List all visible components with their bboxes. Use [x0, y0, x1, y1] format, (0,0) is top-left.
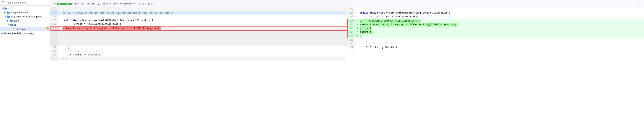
diff-hunk-left: @@ -127,7 +127,11 @@ private static Stri…	[50, 11, 347, 15]
line-num	[50, 34, 58, 38]
line-num: 133	[348, 30, 356, 34]
line-sign: +	[356, 23, 360, 26]
line-num: 137	[347, 46, 356, 49]
line-sign	[356, 11, 359, 15]
diff-line-right-134: 134 + }	[348, 34, 644, 38]
line-num: 128	[50, 18, 58, 22]
line-sign	[58, 22, 62, 26]
tree-item-hotspot[interactable]: hotspot/share/jfr	[0, 10, 50, 14]
modified-badge: M	[46, 27, 49, 30]
line-sign	[58, 34, 62, 38]
diff-collapse-bottom-left[interactable]: ···	[50, 57, 347, 60]
diff-line-empty-4	[50, 42, 347, 46]
line-num: 129	[50, 22, 58, 26]
line-num: 136	[347, 42, 356, 46]
search-bar	[0, 0, 50, 5]
line-num	[50, 57, 58, 60]
svg-line-1	[4, 3, 4, 4]
line-num: 129	[347, 15, 356, 18]
svg-rect-2	[13, 28, 15, 30]
added-region: 130 + if (f.endsWith(JFCParser.FILE_EXTE…	[347, 19, 644, 38]
diff-line-left-128: 128 public static String nameFromPath(Pa…	[50, 18, 347, 22]
line-content	[62, 31, 347, 34]
diff-collapse-top-left[interactable]: ···	[50, 7, 347, 11]
copy-icon[interactable]: ⧉	[154, 2, 156, 5]
more-options-button[interactable]: ···	[638, 2, 642, 5]
line-sign	[58, 15, 62, 18]
change-sq-4	[65, 2, 67, 5]
expand-icon[interactable]: ⇕	[52, 2, 54, 5]
deleted-region: 130 − return f.substring(0, f.length() -…	[50, 26, 347, 31]
diff-line-left-132: 132	[50, 49, 347, 53]
java-file-icon	[13, 27, 16, 31]
diff-line-right-132: 132 + } else {	[348, 26, 644, 30]
folder-icon	[10, 19, 13, 22]
diff-line-left-129: 129 String f = nullSafeFileName(file);	[50, 22, 347, 26]
chevron-icon	[1, 32, 4, 35]
file-tree: src hotspot/share/jfr jdk.jfr/share/clas…	[0, 5, 50, 125]
line-content	[359, 42, 644, 46]
file-path: src/jdk.jfr/share/classes/jdk/jfr/intern…	[74, 2, 154, 5]
chevron-icon	[1, 7, 4, 10]
diff-container: ··· @@ -127,7 +127,11 @@ private static …	[50, 7, 644, 125]
line-sign	[356, 42, 359, 46]
tree-item-JFC-java[interactable]: JFC.java M	[0, 27, 50, 31]
folder-icon	[10, 23, 13, 26]
line-num: 134	[348, 34, 356, 38]
line-num: 127	[347, 7, 356, 11]
tree-item-label-jfc: jfc	[14, 23, 50, 26]
line-num: 132	[50, 49, 58, 53]
tree-item-src[interactable]: src	[0, 6, 50, 10]
tree-item-label-JFC-java: JFC.java	[17, 28, 46, 30]
line-content	[62, 15, 347, 18]
line-sign	[58, 49, 62, 53]
tree-item-label-dcmd: dcmd	[14, 19, 50, 22]
folder-icon	[7, 15, 10, 18]
diff-line-right-131: 131 + return f.substring(0, f.length() -…	[348, 23, 644, 26]
change-count: 6	[55, 2, 72, 5]
line-content: return f.substring(0, f.length() - JFCPa…	[360, 23, 644, 26]
line-sign	[58, 57, 62, 60]
line-num	[50, 7, 58, 11]
diff-line-right-128: 128 public static String nameFromPath(Pa…	[347, 11, 644, 15]
line-content: }	[62, 46, 347, 49]
tree-item-test[interactable]: test/jdk/jdk/jfr/startupargs	[0, 31, 50, 35]
line-num: 127	[50, 15, 58, 18]
line-sign	[356, 7, 359, 11]
line-num	[50, 31, 58, 34]
line-num: 130	[348, 19, 356, 23]
line-num	[50, 42, 58, 46]
tree-item-jdk-share[interactable]: jdk.jfr/share/classes/jdk/jfr/int...	[0, 14, 50, 18]
tree-item-dcmd[interactable]: dcmd	[0, 18, 50, 23]
line-num: 128	[347, 11, 356, 15]
tree-item-jfc[interactable]: jfc	[0, 23, 50, 27]
line-sign: +	[356, 30, 360, 34]
diff-line-right-130: 130 + if (f.endsWith(JFCParser.FILE_EXTE…	[348, 19, 644, 23]
diff-panel: ⇕ 6 src/jdk.jfr/share/classes/jdk/jfr/in…	[50, 0, 644, 125]
line-sign	[356, 15, 359, 18]
line-sign	[356, 38, 359, 42]
line-content: String f = nullSafeFileName(file);	[62, 22, 347, 26]
diff-line-empty-2	[50, 34, 347, 38]
diff-line-left-131: 131 }	[50, 46, 347, 49]
search-input[interactable]	[6, 1, 48, 4]
diff-line-right-129: 129 String f = nullSafeFileName(file);	[347, 15, 644, 18]
line-num: 132	[348, 26, 356, 30]
line-content: public static String nameFromPath(Path f…	[359, 11, 644, 15]
placeholder-chevron	[10, 27, 13, 30]
diff-pane-right[interactable]: 127 128 public static String nameFromPat…	[347, 7, 644, 125]
line-num: 130	[50, 26, 59, 30]
diff-line-right-133: 133 + return f;	[348, 30, 644, 34]
line-content	[62, 49, 347, 53]
line-content: }	[360, 34, 644, 38]
line-content: return f.substring(0, f.length() - JFCPa…	[62, 26, 347, 30]
line-sign	[58, 38, 62, 42]
diff-pane-left[interactable]: ··· @@ -127,7 +127,11 @@ private static …	[50, 7, 347, 125]
search-icon	[2, 1, 4, 4]
line-num	[50, 38, 58, 42]
line-content	[62, 34, 347, 38]
line-content	[62, 42, 347, 46]
diff-line-empty-1	[50, 31, 347, 34]
change-squares	[57, 2, 72, 5]
chevron-icon	[4, 15, 7, 18]
